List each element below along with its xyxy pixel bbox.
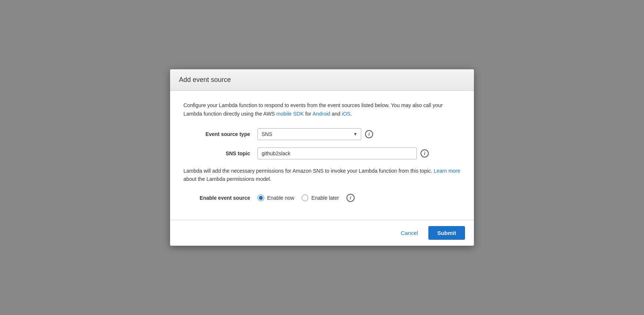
enable-event-source-info-icon[interactable]: i — [346, 194, 355, 202]
event-source-type-info-icon[interactable]: i — [365, 130, 373, 138]
ios-link[interactable]: iOS — [342, 111, 351, 117]
event-source-type-select[interactable]: SNS S3 DynamoDB Kinesis SQS — [258, 128, 361, 140]
android-link[interactable]: Android — [312, 111, 330, 117]
submit-button[interactable]: Submit — [428, 226, 465, 240]
enable-now-label: Enable now — [267, 195, 294, 201]
enable-event-source-row: Enable event source Enable now Enable la… — [183, 194, 461, 202]
add-event-source-dialog: Add event source Configure your Lambda f… — [170, 69, 474, 246]
enable-now-radio[interactable] — [258, 195, 264, 201]
sns-topic-label: SNS topic — [183, 150, 258, 156]
permission-text-part1: Lambda will add the necessary permission… — [183, 168, 434, 174]
mobile-sdk-link[interactable]: mobile SDK — [276, 111, 304, 117]
intro-text-part2: for — [304, 111, 312, 117]
intro-text: Configure your Lambda function to respon… — [183, 101, 461, 118]
enable-later-option[interactable]: Enable later — [302, 195, 339, 201]
event-source-type-control: SNS S3 DynamoDB Kinesis SQS ▼ i — [258, 128, 373, 140]
sns-topic-row: SNS topic i — [183, 147, 461, 159]
enable-now-option[interactable]: Enable now — [258, 195, 294, 201]
dialog-body: Configure your Lambda function to respon… — [170, 91, 474, 220]
dialog-header: Add event source — [170, 69, 474, 91]
event-source-type-row: Event source type SNS S3 DynamoDB Kinesi… — [183, 128, 461, 140]
permission-text-part2: about the Lambda permissions model. — [183, 176, 271, 182]
intro-text-part4: . — [351, 111, 352, 117]
dialog-footer: Cancel Submit — [170, 220, 474, 246]
event-source-type-label: Event source type — [183, 131, 258, 137]
event-source-type-select-wrapper: SNS S3 DynamoDB Kinesis SQS ▼ — [258, 128, 361, 140]
sns-topic-control: i — [258, 147, 429, 159]
cancel-button[interactable]: Cancel — [395, 227, 424, 239]
enable-later-radio[interactable] — [302, 195, 308, 201]
sns-topic-input[interactable] — [258, 147, 417, 159]
enable-later-label: Enable later — [311, 195, 339, 201]
learn-more-link[interactable]: Learn more — [434, 168, 460, 174]
enable-radio-group: Enable now Enable later i — [258, 194, 355, 202]
dialog-title: Add event source — [179, 76, 465, 84]
intro-text-part3: and — [330, 111, 342, 117]
permission-text: Lambda will add the necessary permission… — [183, 167, 461, 183]
enable-event-source-control: Enable now Enable later i — [258, 194, 355, 202]
enable-event-source-label: Enable event source — [183, 195, 258, 201]
sns-topic-info-icon[interactable]: i — [421, 149, 429, 158]
